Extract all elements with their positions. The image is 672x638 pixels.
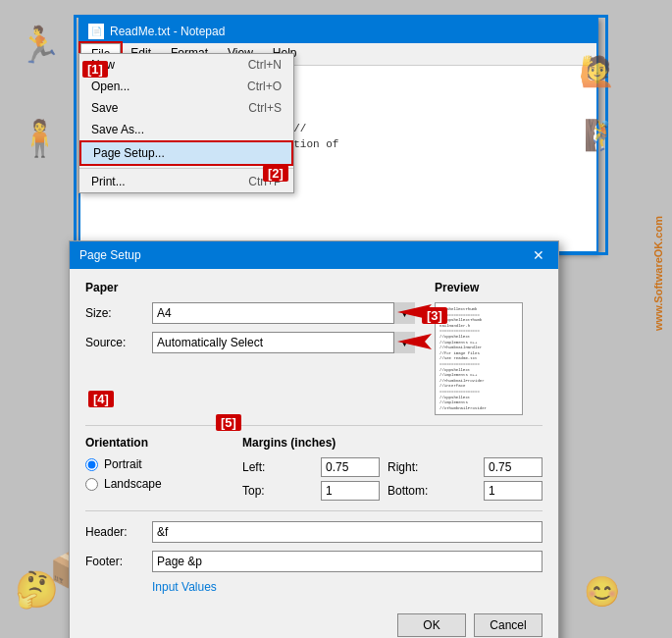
header-row: Header: bbox=[85, 521, 543, 543]
menu-page-setup[interactable]: Page Setup... bbox=[79, 140, 293, 166]
footer-row: Footer: bbox=[85, 551, 543, 572]
dialog-body: Paper Size: A4 ▼ Source: Automatically S… bbox=[70, 269, 558, 606]
dialog-close-button[interactable]: ✕ bbox=[529, 247, 548, 263]
size-select-wrapper: A4 ▼ bbox=[152, 302, 415, 324]
size-row: Size: A4 ▼ bbox=[85, 302, 415, 324]
notepad-icon: 📄 bbox=[88, 24, 104, 39]
right-label: Right: bbox=[388, 460, 476, 474]
stickman-left-top: 🏃 bbox=[18, 25, 62, 66]
paper-section-label: Paper bbox=[85, 281, 415, 294]
margins-label: Margins (inches) bbox=[242, 436, 543, 450]
annotation-2: [2] bbox=[263, 165, 288, 182]
size-select[interactable]: A4 bbox=[152, 302, 415, 324]
header-label: Header: bbox=[85, 525, 144, 539]
notepad-titlebar: 📄 ReadMe.txt - Notepad bbox=[80, 20, 596, 43]
landscape-radio[interactable] bbox=[85, 478, 98, 491]
footer-label: Footer: bbox=[85, 555, 144, 568]
source-select-wrapper: Automatically Select ▼ bbox=[152, 332, 415, 353]
preview-label: Preview bbox=[435, 281, 543, 294]
margins-section: Margins (inches) Left: Right: Top: Botto… bbox=[242, 436, 543, 501]
notepad-title: ReadMe.txt - Notepad bbox=[110, 25, 225, 38]
separator-2 bbox=[85, 510, 543, 511]
annotation-3: [3] bbox=[422, 307, 447, 324]
left-label: Left: bbox=[242, 460, 313, 474]
annotation-4: [4] bbox=[88, 391, 114, 407]
source-label: Source: bbox=[85, 336, 144, 349]
top-input[interactable] bbox=[321, 481, 380, 501]
bottom-label: Bottom: bbox=[388, 484, 476, 498]
menu-print[interactable]: Print... Ctrl+P bbox=[79, 171, 293, 192]
file-dropdown-menu: New Ctrl+N Open... Ctrl+O Save Ctrl+S Sa… bbox=[78, 53, 294, 193]
landscape-label: Landscape bbox=[104, 477, 162, 491]
margins-grid: Left: Right: Top: Bottom: bbox=[242, 457, 543, 501]
annotation-5: [5] bbox=[216, 414, 241, 431]
menu-separator bbox=[79, 168, 293, 169]
preview-content: CppShellExtThumb ================= : Cpp… bbox=[439, 307, 518, 411]
source-row: Source: Automatically Select ▼ bbox=[85, 332, 415, 353]
orientation-section: Orientation Portrait Landscape bbox=[85, 436, 223, 501]
orientation-margins-row: Orientation Portrait Landscape Margins (… bbox=[85, 436, 543, 501]
menu-save[interactable]: Save Ctrl+S bbox=[79, 97, 293, 119]
input-values-link[interactable]: Input Values bbox=[152, 580, 217, 594]
dialog-titlebar: Page Setup ✕ bbox=[70, 241, 558, 269]
svg-marker-1 bbox=[397, 334, 432, 349]
left-input[interactable] bbox=[321, 457, 380, 477]
source-select[interactable]: Automatically Select bbox=[152, 332, 415, 353]
annotation-1: [1] bbox=[82, 61, 108, 78]
stickman-right-mid: 🧗 bbox=[584, 118, 620, 152]
stickman-right-top: 🙋 bbox=[579, 54, 615, 88]
header-input[interactable] bbox=[152, 521, 543, 543]
portrait-row: Portrait bbox=[85, 457, 223, 471]
menu-save-as[interactable]: Save As... bbox=[79, 119, 293, 140]
menu-new[interactable]: New Ctrl+N bbox=[79, 54, 293, 76]
orientation-label: Orientation bbox=[85, 436, 223, 450]
menu-open[interactable]: Open... Ctrl+O bbox=[79, 76, 293, 97]
cancel-button[interactable]: Cancel bbox=[474, 613, 543, 637]
preview-box: CppShellExtThumb ================= : Cpp… bbox=[435, 302, 523, 415]
landscape-row: Landscape bbox=[85, 477, 223, 491]
ok-button[interactable]: OK bbox=[397, 613, 466, 637]
top-label: Top: bbox=[242, 484, 313, 498]
preview-section: Preview CppShellExtThumb ===============… bbox=[435, 281, 543, 415]
footer-input[interactable] bbox=[152, 551, 543, 572]
portrait-label: Portrait bbox=[104, 457, 142, 471]
portrait-radio[interactable] bbox=[85, 458, 98, 471]
size-label: Size: bbox=[85, 306, 144, 320]
page-setup-dialog: Page Setup ✕ Paper Size: A4 ▼ Source: bbox=[69, 240, 559, 638]
stickman-right-bot: 😊 bbox=[584, 574, 620, 609]
dialog-footer: OK Cancel bbox=[70, 606, 558, 638]
bottom-input[interactable] bbox=[484, 481, 543, 501]
stickman-left-mid: 🧍 bbox=[18, 118, 62, 159]
right-input[interactable] bbox=[484, 457, 543, 477]
dialog-title: Page Setup bbox=[79, 248, 141, 262]
watermark: www.SoftwareOK.com bbox=[652, 216, 664, 331]
separator-1 bbox=[85, 425, 543, 426]
arrow-3b bbox=[397, 332, 437, 354]
